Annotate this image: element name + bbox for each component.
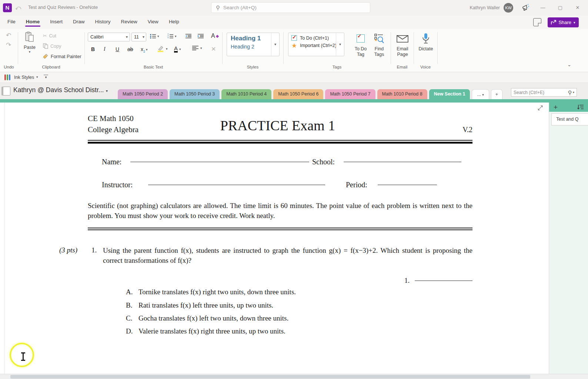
font-size-value: 11	[134, 34, 139, 40]
paragraph-alignment-button[interactable]: ▾	[192, 46, 202, 51]
section-tab-math-1050-period-2[interactable]: Math 1050 Period 2	[118, 89, 168, 99]
paste-button[interactable]: Paste ▾	[21, 31, 38, 54]
bullet-list-button[interactable]: ▾	[150, 34, 159, 39]
group-label-email: Email	[391, 65, 414, 69]
decrease-indent-icon	[185, 34, 192, 38]
underline-button[interactable]: U	[116, 46, 119, 52]
ink-styles-chevron-icon[interactable]: ▾	[36, 75, 38, 79]
whats-new-megaphone-icon[interactable]	[521, 4, 530, 12]
titlebar-search-input[interactable]	[223, 5, 365, 10]
restore-button[interactable]: ▢	[552, 0, 569, 16]
page-item-test-and-q[interactable]: Test and Q	[551, 113, 588, 125]
menu-help[interactable]: Help	[164, 16, 184, 27]
font-color-chevron-icon: ▾	[179, 47, 181, 51]
notebook-chevron-icon[interactable]: ▾	[106, 89, 108, 93]
notebook-name[interactable]: Kathryn @ Davis School Distr...	[13, 86, 104, 94]
undo-icon[interactable]: ↶	[6, 31, 11, 39]
minimize-button[interactable]: —	[534, 0, 551, 16]
cut-icon: ✂	[43, 33, 47, 38]
bold-button[interactable]: B	[91, 46, 95, 52]
section-tab-math-1050-period-7[interactable]: Math 1050 Period 7	[325, 89, 375, 99]
horizontal-scrollbar-thumb[interactable]	[10, 375, 530, 379]
clear-formatting-button[interactable]: A ◆	[211, 33, 219, 39]
document[interactable]: CE Math 1050 College Algebra PRACTICE Ex…	[0, 103, 549, 374]
paste-label: Paste	[21, 45, 38, 50]
horizontal-scrollbar[interactable]	[0, 374, 588, 379]
menu-insert[interactable]: Insert	[45, 16, 68, 27]
format-painter-button[interactable]: Format Painter	[43, 54, 81, 59]
share-button[interactable]: Share ▾	[548, 17, 579, 27]
collapse-ribbon-icon[interactable]: ⌄	[567, 62, 571, 67]
section-tab-math-1050-period-6[interactable]: Math 1050 Period 6	[273, 89, 323, 99]
add-page-icon[interactable]: +	[554, 103, 558, 111]
name-blank	[130, 155, 309, 162]
add-section-tab[interactable]: +	[491, 89, 502, 99]
paste-chevron-icon: ▾	[21, 50, 38, 54]
section-accent-bar	[0, 99, 588, 103]
onenote-app-icon: N	[3, 3, 12, 12]
redo-icon[interactable]: ↷	[6, 41, 11, 49]
period-blank	[378, 178, 437, 185]
tags-gallery[interactable]: To Do (Ctrl+1) ★ Important (Ctrl+2) ▾	[288, 33, 344, 56]
bullet-list-icon	[150, 34, 156, 39]
email-page-button[interactable]: Email Page	[393, 32, 412, 57]
page-canvas[interactable]: ⤢ CE Math 1050 College Algebra PRACTICE …	[0, 103, 549, 374]
section-tab-math-1010-period-4[interactable]: Math 1010 Period 4	[221, 89, 271, 99]
menu-home[interactable]: Home	[21, 16, 45, 27]
menu-history[interactable]: History	[90, 16, 116, 27]
highlighter-icon	[157, 46, 164, 52]
increase-indent-button[interactable]	[197, 34, 204, 38]
font-size-select[interactable]: 11 ▾	[131, 33, 146, 41]
avatar[interactable]: KW	[504, 3, 513, 13]
name-label: Name:	[102, 158, 121, 166]
font-color-button[interactable]: A ▾	[174, 46, 181, 53]
find-tags-label2: Tags	[371, 52, 387, 57]
find-tags-button[interactable]: Find Tags	[371, 32, 387, 57]
section-tab-new-section-1[interactable]: New Section 1	[429, 89, 470, 99]
exam-title: PRACTICE Exam 1	[148, 117, 407, 134]
section-tab-math-1010-period-8[interactable]: Math 1010 Period 8	[377, 89, 427, 99]
menu-review[interactable]: Review	[116, 16, 143, 27]
highlight-button[interactable]: ▾	[157, 46, 168, 52]
ink-styles-button[interactable]: Ink Styles	[14, 75, 34, 80]
decrease-indent-button[interactable]	[185, 34, 192, 38]
todo-checkbox-icon	[291, 35, 297, 41]
tags-chevron-icon[interactable]: ▾	[336, 33, 344, 56]
notebook-icon	[1, 87, 10, 95]
question-points: (3 pts)	[59, 246, 77, 254]
font-name-select[interactable]: Calibri ▾	[88, 33, 130, 41]
section-search-icon: ⚲	[568, 90, 572, 95]
choice-a-letter: A.	[126, 288, 133, 296]
todo-tag-button[interactable]: To Do Tag	[353, 32, 369, 57]
section-search[interactable]: ⚲ ▾	[511, 88, 577, 97]
ink-more-icon[interactable]: ▾	[44, 75, 48, 79]
strikethrough-icon: ab	[127, 46, 133, 52]
section-tab-math-1050-period-3[interactable]: Math 1050 Period 3	[170, 89, 220, 99]
instructor-blank	[148, 178, 325, 185]
menu-file[interactable]: File	[2, 16, 21, 27]
section-search-input[interactable]	[514, 90, 557, 95]
subscript-button[interactable]: x2 ▾	[141, 46, 148, 53]
section-overflow-tab[interactable]: ... ▾	[472, 89, 489, 99]
styles-chevron-icon[interactable]: ▾	[271, 33, 279, 56]
share-icon	[551, 20, 556, 25]
group-label-undo: Undo	[0, 65, 18, 69]
copy-button: Copy	[43, 43, 61, 49]
alignment-chevron-icon: ▾	[200, 46, 202, 50]
titlebar-search[interactable]: ⚲	[211, 2, 370, 13]
strikethrough-button[interactable]: ab	[127, 46, 133, 52]
back-icon[interactable]: ⤺	[14, 4, 22, 12]
menu-draw[interactable]: Draw	[68, 16, 90, 27]
close-button[interactable]: ✕	[569, 0, 586, 16]
header-rule-thin	[88, 140, 472, 141]
sort-pages-icon[interactable]	[577, 104, 584, 110]
font-chevron-icon: ▾	[126, 33, 128, 41]
window-title: Test and Quiz Reviews - OneNote	[28, 5, 98, 10]
italic-button[interactable]: I	[104, 46, 106, 52]
menu-view[interactable]: View	[143, 16, 164, 27]
feed-icon[interactable]	[533, 18, 541, 26]
dictate-button[interactable]: Dictate	[416, 32, 435, 52]
choice-c-letter: C.	[126, 314, 132, 322]
numbered-list-button[interactable]: ▾	[167, 34, 177, 39]
styles-gallery[interactable]: Heading 1 Heading 2 ▾	[227, 33, 280, 56]
